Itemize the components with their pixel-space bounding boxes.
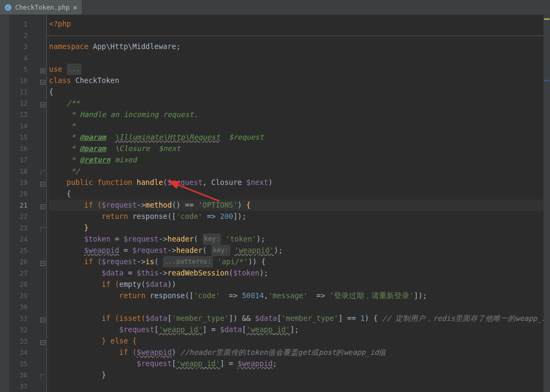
code-line[interactable]: */ [49,166,550,177]
code-line[interactable]: return response(['code' => 50014,'messag… [49,290,550,301]
scrollbar-info-mark[interactable] [544,80,549,81]
code-line[interactable]: $data = $this->readWebSession($token); [49,267,550,279]
code-line[interactable]: if ($weappid) //header里面传的token值会覆盖get或p… [49,347,550,358]
fold-collapse-icon[interactable] [40,259,45,264]
code-line[interactable]: /** [49,98,550,109]
code-line[interactable]: public function handle($request, Closure… [49,177,550,188]
line-number[interactable]: 19 [10,177,39,188]
line-number[interactable]: 23 [10,222,39,233]
line-number[interactable]: 3 [10,41,39,52]
code-line[interactable]: class CheckToken [49,75,550,86]
line-number[interactable]: 37 [10,381,39,392]
code-line[interactable] [49,52,550,64]
code-line[interactable]: } [49,222,550,233]
line-number[interactable]: 31 [10,313,39,324]
line-number[interactable]: 24 [10,233,39,245]
code-line[interactable]: * @return mixed [49,154,550,166]
line-number[interactable]: 10 [10,75,39,86]
fold-collapse-icon[interactable] [40,339,45,343]
line-number[interactable]: 11 [10,86,39,98]
code-line[interactable]: $token = $request->header( key: 'token')… [49,233,550,245]
code-line[interactable] [49,301,550,313]
code-line[interactable]: if (empty($data)) [49,279,550,290]
code-line[interactable]: * @param \Illuminate\Http\Request $reque… [49,132,550,143]
code-line[interactable]: { [49,86,550,98]
code-line[interactable]: * [49,120,550,132]
left-margin [0,15,10,392]
code-line-current[interactable]: if ($request->method() == 'OPTIONS') { [49,200,550,211]
line-number[interactable]: 5 [10,64,39,75]
line-number[interactable]: 32 [10,324,39,335]
code-line[interactable]: $request['weapp_id'] = $data['weapp_id']… [49,324,550,335]
scrollbar[interactable] [544,15,550,392]
code-line[interactable]: $request['weapp_id'] = $weappid; [49,358,550,369]
line-number[interactable]: 20 [10,188,39,200]
code-line[interactable]: if (isset($data['member_type']) && $data… [49,313,550,324]
tab-filename: CheckToken.php [15,4,70,11]
fold-collapse-icon[interactable] [40,180,45,185]
line-number[interactable]: 14 [10,120,39,132]
fold-collapse-icon[interactable] [40,203,45,208]
fold-expand-icon[interactable] [40,67,45,72]
line-number[interactable]: 2 [10,30,39,41]
line-number[interactable]: 13 [10,109,39,120]
line-number[interactable]: 12 [10,98,39,109]
code-line[interactable]: { [49,188,550,200]
line-number[interactable]: 35 [10,358,39,369]
fold-collapse-icon[interactable] [40,316,45,321]
line-number[interactable]: 15 [10,132,39,143]
code-line[interactable]: <?php [49,18,550,30]
line-number[interactable]: 33 [10,335,39,347]
code-line[interactable]: * @param \Closure $next [49,143,550,154]
line-number[interactable]: 34 [10,347,39,358]
line-number[interactable]: 1 [10,18,39,30]
code-line[interactable]: return response(['code' => 200]); [49,211,550,222]
editor: 1 2 3 4 5 10 11 12 13 14 15 16 17 18 19 … [0,15,550,392]
php-file-icon: C [4,4,12,11]
line-number[interactable]: 18 [10,166,39,177]
fold-end-icon[interactable] [40,225,45,230]
fold-end-icon[interactable] [40,169,45,174]
fold-end-icon[interactable] [40,373,45,377]
line-number[interactable]: 25 [10,245,39,256]
line-number[interactable]: 4 [10,52,39,64]
fold-collapse-icon[interactable] [40,101,45,106]
line-number[interactable]: 17 [10,154,39,166]
line-number[interactable]: 29 [10,290,39,301]
line-number[interactable]: 28 [10,279,39,290]
svg-text:C: C [6,5,10,10]
code-line[interactable] [49,381,550,392]
file-tab[interactable]: C CheckToken.php × [0,0,82,15]
tab-bar: C CheckToken.php × [0,0,550,15]
line-number[interactable]: 26 [10,256,39,267]
code-line[interactable]: } [49,369,550,381]
line-number[interactable]: 30 [10,301,39,313]
fold-gutter [39,15,47,392]
line-number[interactable]: 36 [10,369,39,381]
line-number[interactable]: 27 [10,267,39,279]
code-line[interactable]: namespace App\Http\Middleware; [49,41,550,52]
line-number[interactable]: 16 [10,143,39,154]
scrollbar-warning-mark[interactable] [544,18,549,20]
code-line[interactable]: use ... [49,64,550,75]
code-line[interactable]: if ($request->is( ...patterns: 'api/*'))… [49,256,550,267]
line-number[interactable]: 22 [10,211,39,222]
line-number[interactable]: 21 [10,200,39,211]
line-number-gutter: 1 2 3 4 5 10 11 12 13 14 15 16 17 18 19 … [10,15,39,392]
code-line[interactable]: * Handle an incoming request. [49,109,550,120]
fold-collapse-icon[interactable] [40,78,45,83]
code-area[interactable]: <?php namespace App\Http\Middleware; use… [47,15,550,392]
code-line[interactable]: $weappid = $request->header( key: 'weapp… [49,245,550,256]
close-icon[interactable]: × [73,3,77,12]
code-line[interactable]: } else { [49,335,550,347]
